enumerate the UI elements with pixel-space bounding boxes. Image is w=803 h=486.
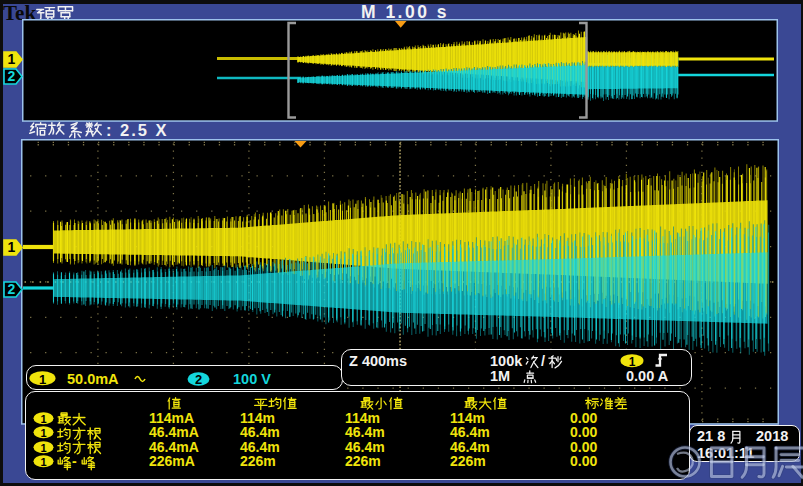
svg-text:2: 2	[8, 281, 16, 297]
svg-text:1: 1	[39, 372, 46, 387]
svg-text:2: 2	[195, 372, 202, 387]
svg-text:1: 1	[629, 354, 636, 368]
svg-text:2: 2	[8, 68, 16, 84]
svg-text:1: 1	[8, 239, 16, 255]
svg-text:1: 1	[40, 427, 46, 439]
svg-text:1: 1	[8, 51, 16, 67]
svg-text:1: 1	[40, 441, 46, 453]
svg-text:1: 1	[40, 456, 46, 468]
svg-text:1: 1	[40, 412, 46, 424]
